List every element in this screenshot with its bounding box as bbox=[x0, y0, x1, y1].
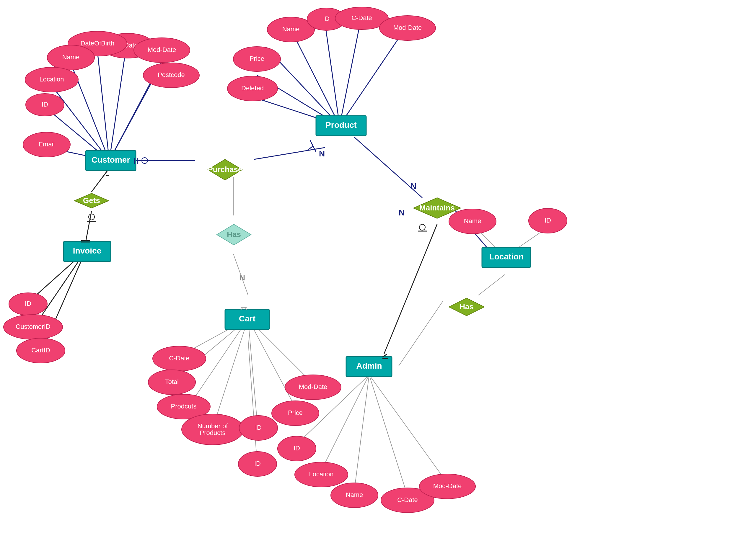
product-moddate-text: Mod-Date bbox=[393, 24, 422, 31]
product-id-text: ID bbox=[323, 15, 330, 22]
customer-dob-text: DateOfBirth bbox=[81, 40, 115, 47]
svg-line-31 bbox=[248, 339, 257, 460]
svg-line-38 bbox=[369, 375, 408, 496]
admin-id-text: ID bbox=[294, 444, 300, 452]
invoice-customerid-text: CustomerID bbox=[16, 323, 50, 330]
admin-cdate-text: C-Date bbox=[397, 496, 418, 503]
customer-id-text: ID bbox=[42, 101, 48, 108]
n-label-maintains-admin: N bbox=[399, 208, 405, 217]
svg-line-37 bbox=[354, 375, 369, 490]
customer-label: Customer bbox=[92, 155, 130, 164]
svg-line-29 bbox=[248, 319, 295, 407]
admin-name-text: Name bbox=[346, 491, 363, 498]
svg-line-33 bbox=[384, 224, 437, 354]
admin-location-text: Location bbox=[309, 470, 333, 478]
product-price-text: Price bbox=[250, 55, 264, 62]
location-label: Location bbox=[489, 252, 524, 261]
customer-name-text: Name bbox=[62, 53, 80, 61]
cart-id-text: ID bbox=[255, 424, 262, 431]
svg-line-41 bbox=[478, 274, 505, 295]
customer-postcode-text: Postcode bbox=[158, 71, 185, 79]
cart-price-text: Price bbox=[288, 409, 303, 416]
invoice-cartid-text: CartID bbox=[31, 346, 50, 354]
has-label: Has bbox=[227, 230, 241, 239]
cart-numproducts-text2: Products bbox=[200, 429, 226, 436]
cart-total-text: Total bbox=[165, 378, 179, 385]
svg-line-15 bbox=[92, 168, 109, 192]
location-id-text: ID bbox=[545, 217, 551, 224]
svg-line-48 bbox=[310, 140, 313, 146]
svg-line-39 bbox=[369, 375, 446, 481]
cart-id2-text: ID bbox=[254, 460, 261, 467]
cart-label: Cart bbox=[239, 314, 255, 323]
admin-label: Admin bbox=[356, 361, 382, 370]
product-cdate-text: C-Date bbox=[351, 14, 372, 22]
cart-cdate-text: C-Date bbox=[169, 354, 190, 362]
invoice-id-text: ID bbox=[25, 300, 31, 307]
n-label-has-cart: N bbox=[239, 273, 245, 282]
customer-email-text: Email bbox=[38, 141, 55, 148]
cart-products-text: Prodcuts bbox=[171, 402, 197, 410]
svg-point-51 bbox=[89, 214, 95, 220]
customer-moddate-text: Mod-Date bbox=[148, 46, 176, 53]
svg-line-28 bbox=[248, 319, 257, 419]
svg-line-1 bbox=[97, 52, 109, 161]
maintains-label: Maintains bbox=[419, 203, 455, 212]
gets-label: Gets bbox=[83, 196, 100, 205]
purchase-label: Purchase bbox=[208, 165, 242, 174]
product-label: Product bbox=[325, 120, 357, 130]
svg-point-58 bbox=[419, 224, 425, 230]
n-label-purchase-product: N bbox=[319, 149, 325, 158]
location-name-text: Name bbox=[464, 217, 481, 225]
svg-line-40 bbox=[399, 301, 443, 366]
cart-moddate-text: Mod-Date bbox=[299, 383, 328, 390]
has2-label: Has bbox=[460, 302, 474, 311]
er-diagram: N N N N Customer Product Invoice Cart Ad… bbox=[0, 0, 756, 546]
admin-moddate-text: Mod-Date bbox=[433, 482, 462, 490]
customer-location-text: Location bbox=[39, 76, 64, 83]
product-name-text: Name bbox=[282, 25, 300, 33]
product-deleted-text: Deleted bbox=[241, 84, 264, 92]
n-label-maintains-product: N bbox=[410, 182, 416, 191]
invoice-label: Invoice bbox=[73, 246, 101, 255]
svg-line-0 bbox=[109, 52, 126, 161]
cart-numproducts-text: Number of bbox=[198, 422, 228, 430]
